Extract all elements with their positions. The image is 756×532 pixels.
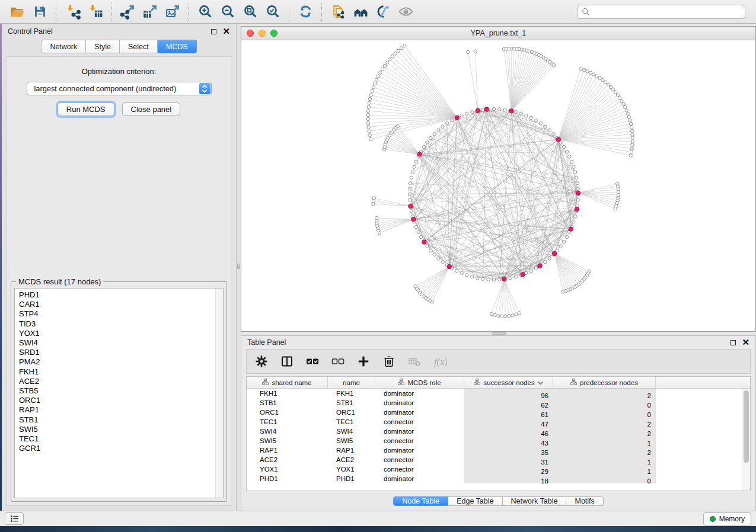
mcds-result-item[interactable]: CAR1	[19, 300, 223, 309]
mcds-result-item[interactable]: FKH1	[19, 367, 223, 377]
trash-icon[interactable]	[381, 354, 397, 369]
cell-MCDS-role: connector	[375, 417, 464, 427]
refresh-arrows-icon[interactable]	[294, 2, 317, 21]
cell-shared-name: PHD1	[247, 474, 328, 483]
tab-select[interactable]: Select	[120, 40, 158, 53]
pen-slash-icon[interactable]	[372, 2, 394, 21]
column-header-name[interactable]: name	[328, 377, 375, 388]
mcds-result-item[interactable]: PMA2	[19, 357, 223, 367]
toolbar-separator	[56, 3, 56, 21]
cell-name: TEC1	[328, 417, 375, 427]
table-scrollbar[interactable]	[742, 389, 750, 491]
mcds-list-scrollbar[interactable]	[215, 289, 223, 498]
import-table-icon[interactable]	[84, 2, 106, 21]
table-scrollbar-thumb[interactable]	[744, 390, 749, 463]
add-plus-icon[interactable]	[356, 354, 371, 369]
cell-name: SWI5	[328, 436, 375, 446]
table-row[interactable]: YOX1YOX1connector291	[247, 464, 750, 474]
zoom-selected-icon[interactable]	[261, 2, 284, 21]
tab-edge-table[interactable]: Edge Table	[448, 496, 502, 506]
mcds-result-list[interactable]: PHD1CAR1STP4TID3YOX1SWI4SRD1PMA2FKH1ACE2…	[14, 288, 224, 498]
memory-status-icon	[710, 516, 716, 522]
close-panel-icon[interactable]: ✕	[222, 28, 230, 34]
table-row[interactable]: FKH1FKH1dominator962	[247, 389, 750, 398]
vertical-splitter[interactable]	[237, 24, 241, 511]
column-header-predecessor-nodes[interactable]: predecessor nodes	[553, 377, 656, 388]
tab-motifs[interactable]: Motifs	[566, 496, 603, 506]
eye-icon[interactable]	[394, 2, 417, 21]
run-mcds-button[interactable]: Run MCDS	[58, 102, 114, 116]
float-panel-icon[interactable]	[211, 29, 216, 34]
task-history-button[interactable]	[5, 512, 24, 525]
table-row[interactable]: RAP1RAP1dominator352	[247, 446, 750, 455]
mcds-result-item[interactable]: PHD1	[19, 290, 223, 300]
column-header-successor-nodes[interactable]: successor nodes	[464, 377, 553, 388]
mcds-tab-content: Optimization criterion: largest connecte…	[7, 56, 231, 506]
mcds-result-item[interactable]: YOX1	[19, 329, 223, 338]
tab-network[interactable]: Network	[41, 40, 86, 53]
mcds-result-item[interactable]: ORC1	[19, 396, 223, 405]
split-columns-icon[interactable]	[279, 354, 295, 369]
control-panel-title: Control Panel	[8, 27, 53, 36]
zoom-out-icon[interactable]	[216, 2, 239, 21]
open-folder-icon[interactable]	[6, 2, 28, 21]
optimization-criterion-dropdown[interactable]: largest connected component (undirected)	[27, 82, 212, 95]
memory-button[interactable]: Memory	[703, 512, 751, 525]
table-row[interactable]: SWI5SWI5connector431	[247, 436, 750, 446]
cell-predecessor-nodes: 2	[553, 389, 656, 398]
tab-style[interactable]: Style	[86, 40, 120, 53]
houses-icon[interactable]	[349, 2, 372, 21]
mcds-result-item[interactable]: TEC1	[19, 434, 223, 444]
checkboxes-checked-icon[interactable]	[305, 354, 320, 369]
tab-mcds[interactable]: MCDS	[158, 40, 197, 53]
import-network-icon[interactable]	[61, 2, 84, 21]
close-panel-button[interactable]: Close panel	[122, 102, 181, 116]
cell-predecessor-nodes: 1	[553, 464, 656, 474]
save-floppy-icon[interactable]	[28, 2, 51, 21]
column-header-MCDS-role[interactable]: MCDS role	[375, 377, 464, 388]
cell-shared-name: SWI5	[247, 436, 328, 446]
table-row[interactable]: TEC1TEC1connector472	[247, 417, 750, 427]
column-header-shared-name[interactable]: shared name	[247, 377, 328, 388]
export-table-icon[interactable]	[139, 2, 161, 21]
mcds-result-item[interactable]: TID3	[19, 319, 223, 329]
checkboxes-unchecked-icon[interactable]	[330, 354, 346, 369]
table-row[interactable]: ACE2ACE2connector311	[247, 455, 750, 464]
mcds-result-item[interactable]: SRD1	[19, 348, 223, 357]
search-icon	[582, 8, 590, 16]
close-window-icon[interactable]	[247, 30, 254, 37]
export-network-icon[interactable]	[116, 2, 139, 21]
horizontal-splitter[interactable]	[241, 332, 756, 335]
zoom-in-icon[interactable]	[194, 2, 216, 21]
mcds-result-item[interactable]: STP4	[19, 309, 223, 319]
table-row[interactable]: ORC1ORC1dominator610	[247, 408, 750, 417]
network-view-canvas[interactable]	[241, 40, 755, 331]
mcds-result-item[interactable]: RAP1	[19, 405, 223, 415]
minimize-window-icon[interactable]	[259, 30, 266, 37]
close-table-panel-icon[interactable]: ✕	[742, 339, 749, 345]
cell-MCDS-role: dominator	[375, 446, 464, 455]
zoom-fit-icon[interactable]	[239, 2, 261, 21]
table-panel: Table Panel ✕ f(x) shared namename MCDS …	[241, 335, 756, 511]
float-table-panel-icon[interactable]	[731, 340, 736, 345]
tab-network-table[interactable]: Network Table	[503, 496, 567, 506]
mcds-result-item[interactable]: SWI4	[19, 338, 223, 348]
sort-chevron-icon[interactable]	[538, 379, 543, 386]
status-bar: Memory	[0, 511, 756, 526]
table-row[interactable]: SWI4SWI4dominator462	[247, 427, 750, 436]
table-row[interactable]: PHD1PHD1dominator180	[247, 474, 750, 483]
settings-gear-icon[interactable]	[254, 354, 269, 369]
tab-node-table[interactable]: Node Table	[393, 496, 448, 506]
cell-MCDS-role: dominator	[375, 427, 464, 436]
export-image-icon[interactable]	[161, 2, 184, 21]
mcds-result-item[interactable]: STB1	[19, 415, 223, 425]
maximize-window-icon[interactable]	[270, 30, 277, 37]
table-row[interactable]: STB1STB1dominator620	[247, 398, 750, 408]
mcds-result-item[interactable]: ACE2	[19, 377, 223, 386]
search-input[interactable]	[577, 5, 745, 19]
documents-share-icon[interactable]	[327, 2, 349, 21]
mcds-result-item[interactable]: GCR1	[19, 444, 223, 453]
mcds-result-item[interactable]: SWI5	[19, 425, 223, 434]
toolbar-separator	[289, 3, 289, 21]
mcds-result-item[interactable]: STB5	[19, 386, 223, 396]
